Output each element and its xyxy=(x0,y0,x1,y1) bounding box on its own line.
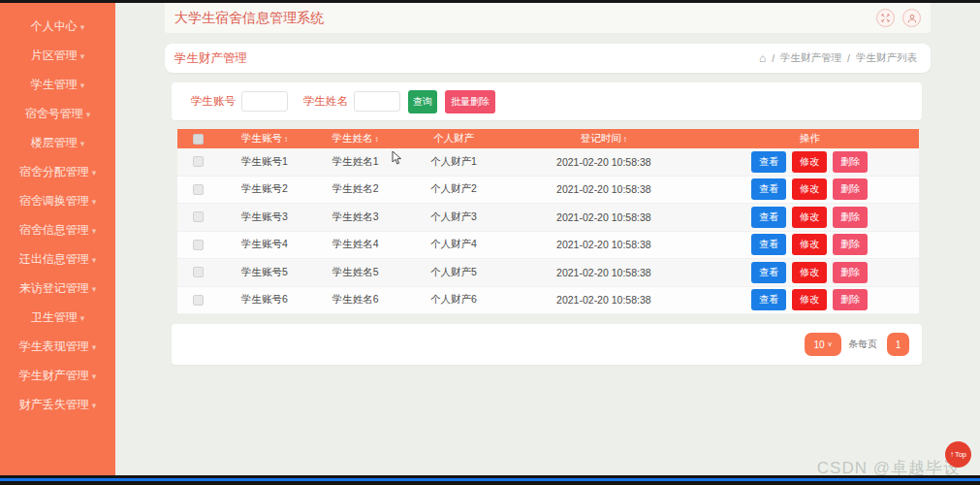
table-row: 学生账号5 学生姓名5 个人财产5 2021-02-20 10:58:38 查看… xyxy=(177,259,919,287)
cell-property: 个人财产6 xyxy=(399,293,507,307)
chevron-down-icon: ▾ xyxy=(86,110,91,119)
fullscreen-icon[interactable] xyxy=(876,9,895,27)
cell-name: 学生姓名5 xyxy=(311,266,400,279)
row-checkbox[interactable] xyxy=(193,211,204,222)
cell-name: 学生姓名6 xyxy=(311,293,400,307)
sidebar-item-dorm-exchange-management[interactable]: 宿舍调换管理▾ xyxy=(0,186,115,215)
row-checkbox[interactable] xyxy=(193,156,204,167)
sidebar-item-floor-management[interactable]: 楼层管理▾ xyxy=(0,128,115,157)
sidebar-item-student-management[interactable]: 学生管理▾ xyxy=(0,70,115,99)
sidebar-item-student-property-management[interactable]: 学生财产管理▾ xyxy=(0,361,115,390)
row-checkbox[interactable] xyxy=(193,184,204,195)
edit-button[interactable]: 修改 xyxy=(792,262,827,283)
sidebar-item-student-performance-management[interactable]: 学生表现管理▾ xyxy=(0,332,115,361)
back-to-top-button[interactable]: ↑ Top xyxy=(945,441,971,468)
sidebar-item-moveout-info-management[interactable]: 迁出信息管理▾ xyxy=(0,244,115,274)
col-header-property: 个人财产 xyxy=(399,132,507,146)
taskbar-strip xyxy=(0,475,980,485)
name-input[interactable] xyxy=(354,91,400,112)
col-header-label: 登记时间 xyxy=(581,132,621,146)
cell-time: 2021-02-20 10:58:38 xyxy=(507,156,700,168)
page-number-button[interactable]: 1 xyxy=(887,333,909,356)
delete-button[interactable]: 删除 xyxy=(833,151,868,173)
edit-button[interactable]: 修改 xyxy=(792,178,827,200)
chevron-down-icon: ▾ xyxy=(92,342,97,352)
cell-time: 2021-02-20 10:58:38 xyxy=(507,239,700,250)
chevron-down-icon: ▾ xyxy=(92,226,97,236)
cell-account: 学生账号3 xyxy=(218,210,311,224)
row-checkbox[interactable] xyxy=(193,295,204,306)
view-button[interactable]: 查看 xyxy=(751,262,786,283)
arrow-up-icon: ↑ xyxy=(950,450,954,459)
sidebar-item-hygiene-management[interactable]: 卫生管理▾ xyxy=(0,303,115,332)
chevron-down-icon: ▾ xyxy=(92,284,97,294)
cell-account: 学生账号6 xyxy=(218,293,311,307)
user-icon[interactable] xyxy=(902,9,921,27)
app-window: 个人中心▾ 片区管理▾ 学生管理▾ 宿舍号管理▾ 楼层管理▾ 宿舍分配管理▾ 宿… xyxy=(0,0,980,485)
table-row: 学生账号2 学生姓名2 个人财产2 2021-02-20 10:58:38 查看… xyxy=(177,177,919,205)
sidebar-item-property-loss-management[interactable]: 财产丢失管理▾ xyxy=(0,390,115,419)
cell-name: 学生姓名2 xyxy=(311,182,400,196)
col-header-label: 学生账号 xyxy=(241,132,282,146)
col-header-name[interactable]: 学生姓名↕ xyxy=(311,132,400,146)
view-button[interactable]: 查看 xyxy=(751,234,786,255)
sidebar-item-dorm-number-management[interactable]: 宿舍号管理▾ xyxy=(0,99,115,128)
select-all-checkbox[interactable] xyxy=(193,134,204,145)
cell-property: 个人财产3 xyxy=(399,210,507,224)
chevron-down-icon: ▾ xyxy=(80,313,85,323)
delete-button[interactable]: 删除 xyxy=(833,207,868,228)
row-checkbox[interactable] xyxy=(193,240,204,250)
sidebar-item-label: 宿舍信息管理 xyxy=(19,222,89,239)
edit-button[interactable]: 修改 xyxy=(792,234,827,255)
cell-account: 学生账号1 xyxy=(218,155,311,169)
app-title: 大学生宿舍信息管理系统 xyxy=(165,10,324,27)
pagination-bar: 10 ∨ 条每页 1 xyxy=(172,324,922,365)
chevron-down-icon: ▾ xyxy=(92,168,97,178)
chevron-down-icon: ∨ xyxy=(828,340,833,348)
chevron-down-icon: ▾ xyxy=(80,22,85,32)
row-checkbox[interactable] xyxy=(193,267,204,277)
view-button[interactable]: 查看 xyxy=(751,207,786,228)
cell-property: 个人财产5 xyxy=(399,266,507,279)
sidebar-item-personal-center[interactable]: 个人中心▾ xyxy=(0,12,115,41)
sidebar-item-dorm-allocation-management[interactable]: 宿舍分配管理▾ xyxy=(0,157,115,186)
sidebar-item-dorm-info-management[interactable]: 宿舍信息管理▾ xyxy=(0,215,115,244)
header-icons xyxy=(876,9,921,27)
view-button[interactable]: 查看 xyxy=(751,289,786,310)
query-button[interactable]: 查询 xyxy=(408,90,437,113)
edit-button[interactable]: 修改 xyxy=(792,151,827,173)
chevron-down-icon: ▾ xyxy=(92,197,97,207)
page-title: 学生财产管理 xyxy=(174,50,247,67)
delete-button[interactable]: 删除 xyxy=(833,289,868,310)
col-header-account[interactable]: 学生账号↕ xyxy=(218,132,311,146)
sidebar-item-label: 宿舍号管理 xyxy=(25,106,83,122)
edit-button[interactable]: 修改 xyxy=(792,289,827,310)
chevron-down-icon: ▾ xyxy=(80,81,85,90)
page-size-select[interactable]: 10 ∨ xyxy=(805,333,841,356)
delete-button[interactable]: 删除 xyxy=(833,234,868,255)
student-property-table: 学生账号↕ 学生姓名↕ 个人财产 登记时间↕ 操作 学生账号1 学生姓名1 个人… xyxy=(177,129,919,314)
cell-property: 个人财产4 xyxy=(399,238,507,251)
home-icon[interactable]: ⌂ xyxy=(759,51,766,65)
cell-property: 个人财产2 xyxy=(399,182,507,196)
col-header-time[interactable]: 登记时间↕ xyxy=(507,132,700,146)
breadcrumb-separator: / xyxy=(772,52,775,64)
account-input[interactable] xyxy=(241,91,288,112)
batch-delete-button[interactable]: 批量删除 xyxy=(445,90,495,113)
sidebar-item-visitor-registration-management[interactable]: 来访登记管理▾ xyxy=(0,274,115,303)
sidebar-item-label: 学生财产管理 xyxy=(19,368,89,384)
breadcrumb-item-current: 学生财产列表 xyxy=(856,51,917,65)
delete-button[interactable]: 删除 xyxy=(833,262,868,283)
cell-name: 学生姓名4 xyxy=(311,238,400,251)
view-button[interactable]: 查看 xyxy=(751,151,786,173)
breadcrumb: ⌂ / 学生财产管理 / 学生财产列表 xyxy=(759,51,917,65)
view-button[interactable]: 查看 xyxy=(751,178,786,200)
edit-button[interactable]: 修改 xyxy=(792,207,827,228)
chevron-down-icon: ▾ xyxy=(80,51,85,61)
table-row: 学生账号3 学生姓名3 个人财产3 2021-02-20 10:58:38 查看… xyxy=(177,204,919,232)
sidebar-item-area-management[interactable]: 片区管理▾ xyxy=(0,41,115,70)
table-header: 学生账号↕ 学生姓名↕ 个人财产 登记时间↕ 操作 xyxy=(177,129,919,148)
cell-account: 学生账号5 xyxy=(218,266,311,279)
breadcrumb-item-parent[interactable]: 学生财产管理 xyxy=(780,51,841,65)
delete-button[interactable]: 删除 xyxy=(833,178,868,200)
